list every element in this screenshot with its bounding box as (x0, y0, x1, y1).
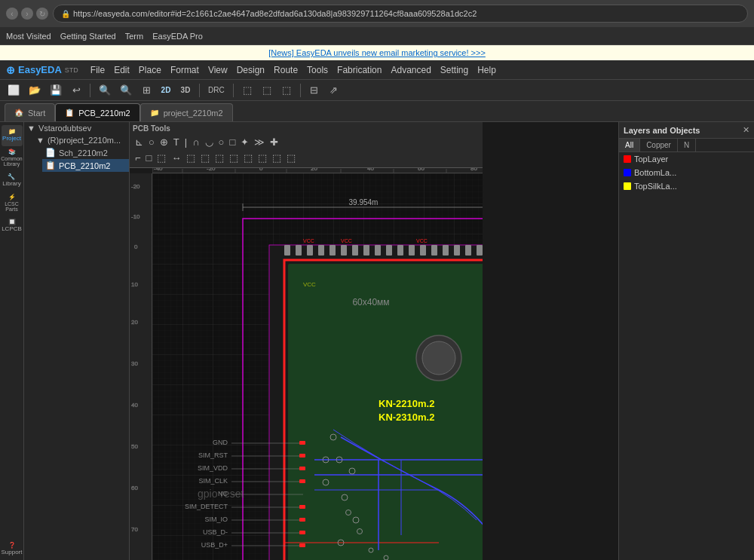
bookmark-getting-started[interactable]: Getting Started (60, 32, 116, 41)
menu-help[interactable]: Help (477, 65, 496, 75)
svg-text:-20: -20 (131, 183, 140, 190)
toolbar-zoom-out[interactable]: 🔍 (117, 82, 135, 99)
toolbar-new[interactable]: ⬜ (5, 82, 23, 99)
toolbar-3d[interactable]: 3D (177, 82, 194, 99)
tab-start-label: Start (28, 109, 45, 118)
toolbar-undo[interactable]: ↩ (68, 82, 84, 99)
tool-via[interactable]: ⊕ (158, 134, 170, 149)
tool-line[interactable]: | (182, 134, 189, 149)
pcb-tools-label: PCB Tools (133, 124, 480, 133)
layers-panel-close[interactable]: ✕ (743, 125, 749, 135)
tool-route[interactable]: ⌐ (133, 150, 143, 165)
tool-snap[interactable]: ⬚ (270, 150, 284, 165)
forward-button[interactable]: › (21, 8, 33, 20)
support-btn[interactable]: ❓Support (2, 539, 23, 560)
layer-color-topsilk (624, 182, 631, 190)
tree-item-project[interactable]: ▼ (R)project_2210m... (33, 134, 129, 146)
tree-item-sch[interactable]: 📄 Sch_2210m2 (42, 146, 129, 159)
svg-rect-64 (454, 245, 460, 256)
tool-cutout[interactable]: ⬚ (198, 150, 212, 165)
layers-tab-all[interactable]: All (619, 139, 640, 151)
library-btn[interactable]: 🔧Library (2, 170, 23, 191)
common-lib-btn[interactable]: 📚CommonLibrary (2, 148, 23, 169)
tool-keepout[interactable]: ⬚ (241, 150, 255, 165)
menu-setting[interactable]: Setting (440, 65, 468, 75)
menu-view[interactable]: View (208, 65, 228, 75)
tool-measure[interactable]: ↔ (169, 150, 183, 165)
logo-icon: ⊕ (6, 64, 15, 76)
tool-circle[interactable]: ○ (146, 134, 157, 149)
bookmark-most-visited[interactable]: Most Visited (6, 32, 51, 41)
tool-3d[interactable]: ⬚ (256, 150, 269, 165)
menu-file[interactable]: File (90, 65, 105, 75)
tool-board[interactable]: ⬚ (227, 150, 241, 165)
menu-place[interactable]: Place (139, 65, 161, 75)
toolbar-extra3[interactable]: ⬚ (278, 82, 295, 99)
toolbar-fit[interactable]: ⊞ (138, 82, 155, 99)
tool-text[interactable]: T (171, 134, 182, 149)
svg-rect-55 (352, 245, 358, 256)
lcsc-btn[interactable]: ⚡LCSCParts (2, 193, 23, 214)
menu-fabrication[interactable]: Fabrication (337, 65, 382, 75)
tab-pcb-label: PCB_2210m2 (78, 109, 130, 118)
toolbar-layer[interactable]: ⊟ (306, 82, 323, 99)
toolbar-save[interactable]: 💾 (47, 82, 65, 99)
tool-arc2[interactable]: ◡ (203, 134, 216, 149)
back-button[interactable]: ‹ (6, 8, 18, 20)
tool-more[interactable]: ≫ (252, 134, 267, 149)
project-panel-btn[interactable]: 📁Project (2, 125, 23, 146)
toolbar-extra2[interactable]: ⬚ (259, 82, 275, 99)
canvas-area: PCB Tools ⊾ ○ ⊕ T | ∩ ◡ ○ □ ✦ ≫ ✚ ⌐ □ ⬚ … (130, 122, 618, 560)
reload-button[interactable]: ↻ (36, 8, 48, 20)
news-link[interactable]: [News] EasyEDA unveils new email marketi… (268, 48, 486, 57)
tab-project[interactable]: 📁 project_2210m2 (140, 103, 233, 121)
browser-chrome: ‹ › ↻ 🔒 https://easyeda.com/editor#id=2c… (0, 0, 754, 27)
menu-format[interactable]: Format (170, 65, 199, 75)
pcb-canvas[interactable]: 39.954m 59.619mm (152, 173, 483, 560)
bookmark-easyeda-pro[interactable]: EasyEDA Pro (152, 32, 203, 41)
tool-pad[interactable]: □ (144, 150, 155, 165)
tool-region[interactable]: ⬚ (213, 150, 226, 165)
project-tree: ▼ Vstarodubtsev ▼ (R)project_2210m... 📄 … (24, 122, 130, 560)
toolbar-drc[interactable]: DRC (205, 82, 228, 99)
lcpcb-btn[interactable]: 🔲LCPCB (2, 216, 23, 237)
tool-cross[interactable]: ✚ (268, 134, 280, 149)
bookmarks-bar: Most Visited Getting Started Term EasyED… (0, 27, 754, 45)
address-bar[interactable]: 🔒 https://easyeda.com/editor#id=2c1661c2… (53, 5, 748, 23)
tab-start[interactable]: 🏠 Start (5, 103, 55, 121)
svg-text:50: 50 (131, 443, 138, 450)
menu-advanced[interactable]: Advanced (391, 65, 431, 75)
tool-poly[interactable]: ⬚ (155, 150, 168, 165)
layer-item-topsilk[interactable]: TopSilkLa... (619, 179, 754, 193)
tool-rect[interactable]: □ (227, 134, 238, 149)
toolbar-extra1[interactable]: ⬚ (239, 82, 256, 99)
toolbar-2d[interactable]: 2D (158, 82, 174, 99)
bookmark-term[interactable]: Term (125, 32, 143, 41)
layer-item-bottom[interactable]: BottomLa... (619, 166, 754, 179)
tool-circle2[interactable]: ○ (216, 134, 227, 149)
menu-tools[interactable]: Tools (307, 65, 328, 75)
layer-item-top[interactable]: TopLayer (619, 152, 754, 166)
tool-select[interactable]: ⊾ (133, 134, 146, 149)
browser-controls[interactable]: ‹ › ↻ (6, 8, 48, 20)
menu-design[interactable]: Design (237, 65, 265, 75)
toolbar-zoom-in[interactable]: 🔍 (96, 82, 114, 99)
tab-pcb[interactable]: 📋 PCB_2210m2 (55, 103, 140, 121)
tool-star[interactable]: ✦ (238, 134, 251, 149)
tree-icon-user: ▼ (27, 124, 35, 133)
layers-tab-copper[interactable]: Copper (640, 139, 678, 151)
menu-route[interactable]: Route (274, 65, 298, 75)
svg-text:20: 20 (131, 319, 138, 326)
tool-fill[interactable]: ⬚ (284, 150, 298, 165)
layers-tab-n[interactable]: N (678, 139, 696, 151)
svg-rect-49 (284, 245, 290, 256)
tool-copper[interactable]: ⬚ (184, 150, 198, 165)
toolbar-open[interactable]: 📂 (26, 82, 44, 99)
menu-edit[interactable]: Edit (114, 65, 130, 75)
tree-item-user[interactable]: ▼ Vstarodubtsev (24, 122, 129, 134)
logo-area: ⊕ EasyEDA STD (6, 64, 78, 76)
tool-arc[interactable]: ∩ (190, 134, 201, 149)
tree-item-pcb[interactable]: 📋 PCB_2210m2 (42, 159, 129, 172)
svg-text:60x40мм: 60x40мм (352, 297, 389, 308)
toolbar-share[interactable]: ⇗ (326, 82, 342, 99)
